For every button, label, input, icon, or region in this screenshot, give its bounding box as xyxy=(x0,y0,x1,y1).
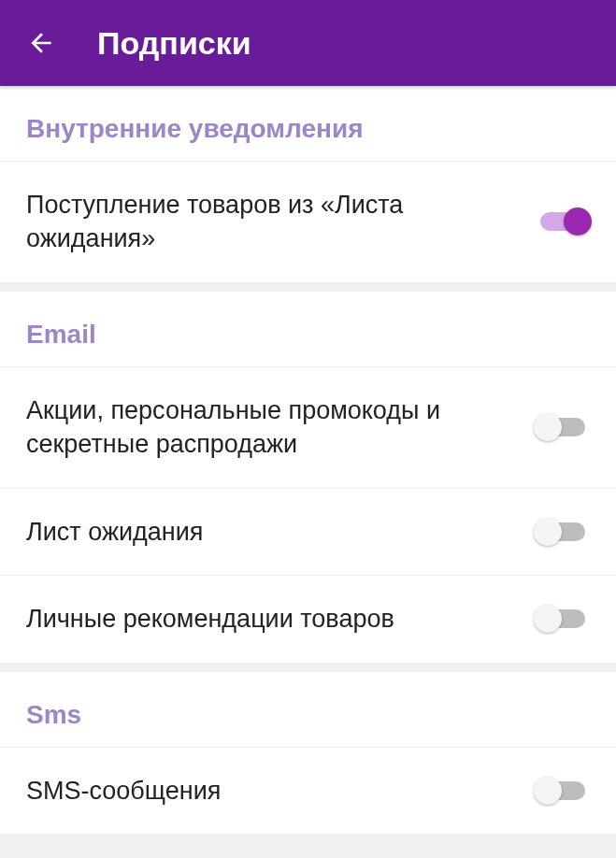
section-email: Email Акции, персональные промокоды и се… xyxy=(0,292,616,663)
setting-waitlist-arrival: Поступление товаров из «Листа ожидания» xyxy=(0,161,616,282)
arrow-left-icon xyxy=(26,28,56,58)
setting-label: Поступление товаров из «Листа ожидания» xyxy=(26,188,536,256)
toggle-thumb xyxy=(534,518,562,546)
app-header: Подписки xyxy=(0,0,616,86)
section-header-internal: Внутренние уведомления xyxy=(0,86,616,161)
toggle-waitlist-email[interactable] xyxy=(536,521,590,543)
section-header-sms: Sms xyxy=(0,672,616,747)
setting-sms-messages: SMS-сообщения xyxy=(0,747,616,834)
setting-waitlist-email: Лист ожидания xyxy=(0,488,616,575)
setting-label: Личные рекомендации товаров xyxy=(26,602,536,636)
setting-recommendations: Личные рекомендации товаров xyxy=(0,575,616,662)
toggle-recommendations[interactable] xyxy=(536,608,590,630)
toggle-thumb xyxy=(534,777,562,805)
toggle-sms-messages[interactable] xyxy=(536,779,590,802)
toggle-waitlist-arrival[interactable] xyxy=(536,210,590,233)
back-button[interactable] xyxy=(22,24,60,62)
toggle-promos[interactable] xyxy=(536,416,590,438)
setting-label: Акции, персональные промокоды и секретны… xyxy=(26,393,536,462)
toggle-thumb xyxy=(564,207,592,236)
section-sms: Sms SMS-сообщения xyxy=(0,672,616,834)
setting-label: Лист ожидания xyxy=(26,515,536,549)
section-header-email: Email xyxy=(0,292,616,366)
setting-promos: Акции, персональные промокоды и секретны… xyxy=(0,366,616,488)
setting-label: SMS-сообщения xyxy=(26,774,536,808)
toggle-thumb xyxy=(534,413,562,441)
page-title: Подписки xyxy=(97,25,251,62)
section-internal: Внутренние уведомления Поступление товар… xyxy=(0,86,616,282)
toggle-thumb xyxy=(534,605,562,633)
